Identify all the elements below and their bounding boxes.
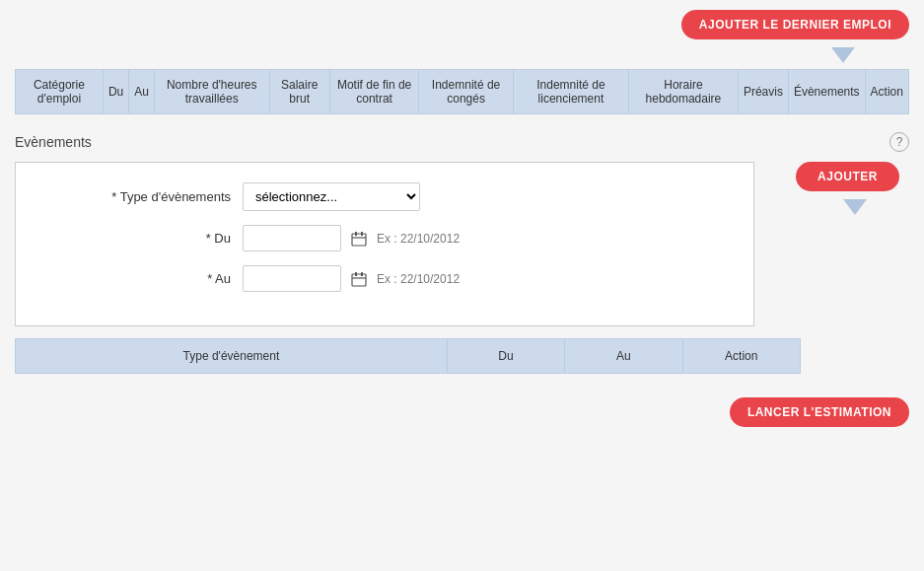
employment-col-indemn-licenc: Indemnité de licenciement	[513, 70, 628, 114]
events-table: Type d'évènement Du Au Action	[15, 338, 801, 374]
form-row-type: * Type d'évènements sélectionnez...	[45, 182, 724, 211]
svg-rect-0	[352, 234, 366, 246]
employment-col-action: Action	[865, 70, 908, 114]
ajouter-arrow-down-icon	[843, 199, 867, 215]
evenements-form-box: * Type d'évènements sélectionnez... * Du	[15, 162, 754, 326]
employment-col-categorie: Catégorie d'emploi	[16, 70, 104, 114]
employment-col-salaire: Salaire brut	[269, 70, 329, 114]
lancer-estimation-button[interactable]: LANCER L'ESTIMATION	[730, 397, 909, 427]
events-col-action: Action	[682, 339, 800, 374]
add-last-job-button[interactable]: AJOUTER LE DERNIER EMPLOI	[681, 10, 909, 39]
arrow-down-icon	[831, 47, 855, 63]
svg-rect-6	[361, 272, 363, 276]
employment-col-du: Du	[103, 70, 128, 114]
du-input[interactable]	[243, 225, 341, 251]
employment-col-evenements: Évènements	[788, 70, 865, 114]
au-example: Ex : 22/10/2012	[377, 272, 460, 286]
employment-col-au: Au	[129, 70, 155, 114]
events-col-du: Du	[447, 339, 564, 374]
employment-col-motif: Motif de fin de contrat	[329, 70, 418, 114]
left-content: * Type d'évènements sélectionnez... * Du	[15, 162, 801, 386]
au-calendar-icon[interactable]	[347, 267, 371, 291]
du-calendar-icon[interactable]	[347, 227, 371, 250]
form-row-du: * Du Ex : 22/10/2012	[45, 225, 724, 251]
du-label: * Du	[45, 231, 243, 246]
events-col-type: Type d'évènement	[16, 339, 448, 374]
du-example: Ex : 22/10/2012	[377, 232, 460, 246]
svg-rect-4	[352, 274, 366, 286]
au-input[interactable]	[243, 265, 341, 292]
ajouter-button[interactable]: AJOUTER	[796, 162, 899, 191]
employment-table: Catégorie d'emploi Du Au Nombre d'heures…	[15, 69, 909, 114]
form-row-au: * Au Ex : 22/10/2012	[45, 265, 724, 292]
bottom-actions: LANCER L'ESTIMATION	[15, 397, 909, 427]
top-arrow-down	[15, 47, 855, 63]
evenements-header: Evènements ?	[15, 132, 909, 152]
type-evenements-select[interactable]: sélectionnez...	[243, 182, 420, 211]
type-label: * Type d'évènements	[45, 189, 243, 204]
svg-rect-5	[355, 272, 357, 276]
evenements-title: Evènements	[15, 134, 92, 150]
svg-rect-2	[361, 232, 363, 236]
evenements-section: Evènements ? * Type d'évènements sélecti…	[15, 132, 909, 386]
employment-col-indemn-conges: Indemnité de congés	[419, 70, 514, 114]
help-icon[interactable]: ?	[889, 132, 909, 152]
employment-col-horaire: Horaire hebdomadaire	[629, 70, 739, 114]
main-layout: * Type d'évènements sélectionnez... * Du	[15, 162, 909, 386]
employment-col-preavis: Préavis	[738, 70, 788, 114]
events-col-au: Au	[565, 339, 682, 374]
top-actions-bar: AJOUTER LE DERNIER EMPLOI	[15, 10, 909, 39]
side-actions: AJOUTER	[801, 162, 909, 215]
svg-rect-1	[355, 232, 357, 236]
employment-col-heures: Nombre d'heures travaillées	[154, 70, 269, 114]
au-label: * Au	[45, 271, 243, 286]
